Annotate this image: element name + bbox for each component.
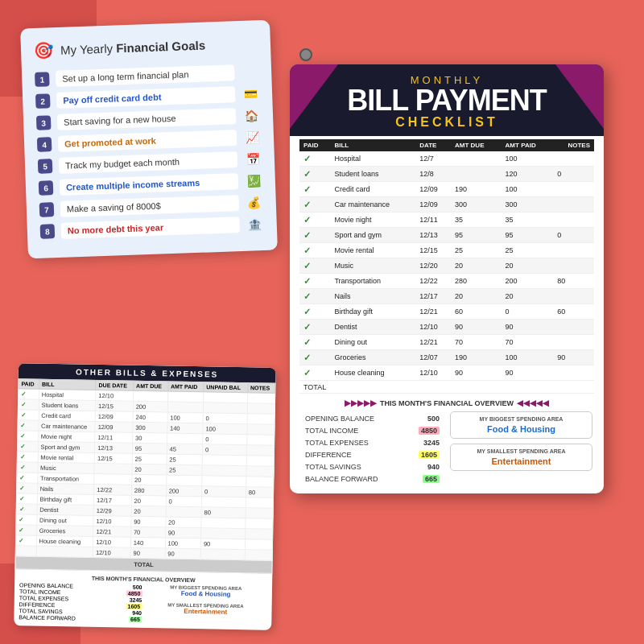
- goal-icon-2: 💳: [242, 87, 260, 101]
- target-icon: 🎯: [34, 40, 55, 60]
- goal-icon-8: 🏦: [246, 217, 264, 231]
- bill-payment-title: Bill Payment: [298, 86, 596, 115]
- goal-item-3: 3 Start saving for a new house 🏠: [36, 107, 261, 131]
- table-row: ✓Groceries12/0719010090: [299, 350, 594, 365]
- biggest-spending-val: Food & Housing: [455, 424, 588, 434]
- table-row: ✓Birthday gift12/2160060: [299, 304, 594, 320]
- table-row: ✓Transportation12/2228020080: [299, 274, 594, 289]
- goal-item-8: 8 No more debt this year 🏦: [40, 216, 265, 240]
- table-row: ✓Hospital12/7100: [299, 151, 594, 167]
- goal-icon-5: 📅: [244, 152, 262, 166]
- overview-two-col: OPENING BALANCE 500 TOTAL INCOME 4850 TO…: [301, 411, 592, 485]
- total-row: TOTAL: [299, 381, 594, 394]
- table-row: ✓Dining out12/217070: [299, 335, 594, 350]
- table-row: ✓Music12/202020: [299, 258, 594, 274]
- goals-card: 🎯 My Yearly Financial Goals 1 Set up a l…: [20, 20, 278, 259]
- goal-icon-7: 💰: [246, 196, 264, 209]
- smallest-spending-val: Entertainment: [455, 456, 588, 466]
- smallest-spending-box: MY SMALLEST SPENDING AREA Entertainment: [450, 444, 592, 471]
- overview-table: OPENING BALANCE 500 TOTAL INCOME 4850 TO…: [301, 411, 444, 485]
- header-accent-left: [290, 64, 338, 129]
- table-row: ✓Credit card12/09190100: [299, 182, 594, 197]
- overview-left: OPENING BALANCE500 TOTAL INCOME4850 TOTA…: [19, 582, 142, 623]
- goal-item-6: 6 Create multiple income streams 💹: [39, 172, 263, 196]
- goal-item-7: 7 Make a saving of 8000$ 💰: [39, 194, 264, 218]
- biggest-spending-box: MY BIGGEST SPENDING AREA Food & Housing: [450, 411, 592, 439]
- table-row: ✓Student loans12/81200: [299, 167, 594, 182]
- table-row: ✓Nails12/172020: [299, 289, 594, 304]
- table-row: ✓House cleaning12/109090: [299, 365, 594, 381]
- table-row: ✓Movie night12/113535: [299, 213, 594, 228]
- overview-right: MY BIGGEST SPENDING AREA Food & Housing …: [144, 584, 267, 625]
- goal-icon-3: 🏠: [242, 109, 261, 122]
- bill-overview-section: ▶▶▶▶▶ THIS MONTH'S FINANCIAL OVERVIEW ◀◀…: [299, 398, 594, 485]
- biggest-spending-label: MY BIGGEST SPENDING AREA: [455, 416, 588, 422]
- bill-main-header: MONTHLY Bill Payment CHECKLIST: [290, 64, 604, 136]
- overview-section-title: ▶▶▶▶▶ THIS MONTH'S FINANCIAL OVERVIEW ◀◀…: [301, 398, 592, 407]
- goals-title: My Yearly Financial Goals: [60, 38, 206, 56]
- goal-icon-1: [241, 72, 258, 72]
- table-row: ✓Sport and gym12/1395950: [299, 228, 594, 243]
- header-accent-right: [555, 64, 604, 129]
- checklist-label: CHECKLIST: [298, 115, 596, 130]
- table-row: ✓Dentist12/109090: [299, 320, 594, 335]
- goal-item-1: 1 Set up a long term financial plan: [35, 64, 259, 88]
- table-row: ✓Movie rental12/152525: [299, 243, 594, 258]
- bill-main-table: PAID BILL DATE AMT DUE AMT PAID NOTES ✓H…: [299, 139, 594, 394]
- goal-item-2: 2 Pay off credit card debt 💳: [35, 85, 260, 109]
- table-row: ✓Car maintenance12/09300300: [299, 197, 594, 213]
- smallest-spending-label: MY SMALLEST SPENDING AREA: [455, 448, 588, 454]
- goal-icon-6: 💹: [245, 174, 263, 188]
- bill-small-footer: THIS MONTH'S FINANCIAL OVERVIEW OPENING …: [14, 569, 272, 630]
- goals-header: 🎯 My Yearly Financial Goals: [34, 33, 258, 60]
- goal-icon-4: 📈: [243, 130, 262, 144]
- bill-main-card: MONTHLY Bill Payment CHECKLIST PAID BILL…: [290, 64, 604, 493]
- goal-item-4: 4 Get promoted at work 📈: [37, 129, 262, 153]
- goal-item-5: 5 Track my budget each month 📅: [38, 151, 262, 175]
- bill-small-table: PAID BILL DUE DATE AMT DUE AMT PAID UNPA…: [14, 378, 275, 574]
- bill-main-content: PAID BILL DATE AMT DUE AMT PAID NOTES ✓H…: [290, 139, 604, 493]
- bill-small-card: OTHER BILLS & EXPENSES PAID BILL DUE DAT…: [14, 363, 276, 630]
